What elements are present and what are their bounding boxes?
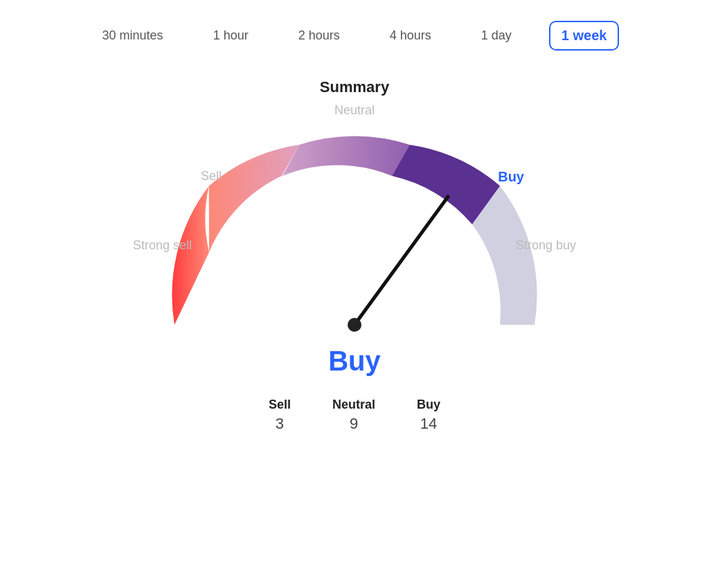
time-filter-1-hour[interactable]: 1 hour [201,21,261,50]
stat-value-sell: 3 [276,415,284,433]
stat-neutral: Neutral9 [332,398,375,433]
time-filter-2-hours[interactable]: 2 hours [286,21,352,50]
zone-label-strong-sell: Strong sell [133,238,192,253]
summary-title: Summary [320,78,389,96]
stat-value-buy: 14 [420,415,437,433]
time-filter-30-minutes[interactable]: 30 minutes [90,21,176,50]
time-filter-bar: 30 minutes1 hour2 hours4 hours1 day1 wee… [0,21,709,51]
stat-label-buy: Buy [417,398,440,412]
stat-sell: Sell3 [269,398,291,433]
stat-label-neutral: Neutral [332,398,375,412]
gauge-container: Neutral Sell Buy Strong sell Strong buy [119,103,590,353]
time-filter-1-week[interactable]: 1 week [549,21,620,51]
stat-label-sell: Sell [269,398,291,412]
zone-label-strong-buy: Strong buy [516,238,576,253]
zone-label-neutral: Neutral [334,103,375,118]
svg-line-0 [354,197,448,325]
stats-row: Sell3Neutral9Buy14 [269,398,440,433]
zone-label-sell: Sell [201,169,222,184]
svg-point-1 [348,318,361,332]
gauge-svg [119,103,590,353]
stat-buy: Buy14 [417,398,440,433]
stat-value-neutral: 9 [350,415,358,433]
time-filter-1-day[interactable]: 1 day [469,21,524,50]
zone-label-buy: Buy [498,169,524,185]
time-filter-4-hours[interactable]: 4 hours [377,21,444,50]
